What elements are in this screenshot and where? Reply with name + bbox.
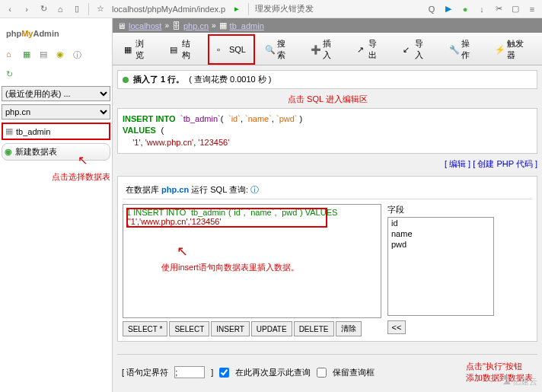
copy-icon[interactable]: ▢ xyxy=(510,4,521,14)
search-icon: 🔍 xyxy=(265,45,274,54)
sql-icon[interactable]: ▤ xyxy=(40,49,50,60)
play-icon[interactable]: ▸ xyxy=(231,4,242,14)
export-icon: ↗ xyxy=(357,45,365,54)
table-icon: ▦ xyxy=(5,126,13,136)
fields-panel: 字段 id name pwd << xyxy=(387,204,494,336)
arrow-icon: ↖ xyxy=(78,153,88,167)
table-name: tb_admin xyxy=(16,127,50,136)
structure-icon: ▤ xyxy=(170,45,178,54)
download-icon[interactable]: ↓ xyxy=(477,4,487,14)
search-icon[interactable]: Q xyxy=(426,4,437,14)
insert-icon: ➕ xyxy=(311,45,320,54)
play-blue-icon[interactable]: ▶ xyxy=(443,4,454,14)
delimiter-input[interactable] xyxy=(174,366,205,378)
menu-icon[interactable]: ≡ xyxy=(527,4,537,14)
crumb-db[interactable]: php.cn xyxy=(183,21,209,30)
help-icon[interactable]: ⓘ xyxy=(73,49,84,60)
separator xyxy=(88,3,89,15)
tab-insert[interactable]: ➕插入 xyxy=(302,34,346,65)
show-again-checkbox[interactable] xyxy=(219,368,229,378)
sql-editor-area: 1 INSERT INTO `tb_admin`(`id`, `name`, `… xyxy=(123,204,532,336)
edit-link[interactable]: [ 编辑 ] xyxy=(445,159,470,168)
back-icon[interactable]: ‹ xyxy=(5,4,15,14)
import-icon: ↙ xyxy=(403,45,411,54)
panel-header: 在数据库 php.cn 运行 SQL 查询: ⓘ xyxy=(123,181,532,199)
table-icon: ▦ xyxy=(219,21,227,30)
cut-icon[interactable]: ✂ xyxy=(493,4,504,14)
tab-search[interactable]: 🔍搜索 xyxy=(257,34,301,65)
forward-icon[interactable]: › xyxy=(21,4,32,14)
database-select[interactable]: php.cn xyxy=(2,104,110,120)
insert-button[interactable]: INSERT xyxy=(211,321,250,336)
help-icon[interactable]: ⓘ xyxy=(250,185,259,194)
status-icon[interactable]: ◉ xyxy=(56,49,67,60)
crumb-table[interactable]: tb_admin xyxy=(230,21,264,30)
success-message: 插入了 1 行。 ( 查询花费 0.0010 秒 ) xyxy=(117,70,537,89)
select-button[interactable]: SELECT xyxy=(169,321,209,336)
tabs: ▦浏览 ▤结构 ▫SQL 🔍搜索 ➕插入 ↗导出 ↙导入 🔧操作 ⚡触发器 xyxy=(113,33,542,65)
annotation-select-table: 点击选择数据表 xyxy=(2,164,110,183)
sidebar: phpMyAdmin ⌂ ▦ ▤ ◉ ⓘ ↻ (最近使用的表) ... php.… xyxy=(0,18,113,392)
bookmark-icon[interactable]: ▯ xyxy=(72,4,82,14)
tab-title[interactable]: 理发师火钳烫发 xyxy=(255,3,314,14)
logo: phpMyAdmin xyxy=(2,21,110,43)
query-icon[interactable]: ▦ xyxy=(23,49,33,60)
annotation-insert: 使用insert语句向数据表里插入数据。 xyxy=(161,262,299,273)
trigger-icon: ⚡ xyxy=(495,45,504,54)
scroll-left-button[interactable]: << xyxy=(387,320,406,334)
breadcrumb: 🖥localhost » 🗄php.cn » ▦tb_admin xyxy=(113,18,542,33)
tab-export[interactable]: ↗导出 xyxy=(349,34,393,65)
query-links: [ 编辑 ] [ 创建 PHP 代码 ] xyxy=(113,157,542,171)
query-buttons: SELECT * SELECT INSERT UPDATE DELETE 清除 xyxy=(123,321,381,336)
chat-icon[interactable]: ● xyxy=(460,4,470,14)
footer-options: [ 语句定界符 ] 在此再次显示此查询 保留查询框 点击"执行"按钮 添加数据到… xyxy=(117,354,537,385)
home-icon[interactable]: ⌂ xyxy=(55,4,65,14)
field-item[interactable]: name xyxy=(388,228,493,239)
annotation-click-sql: 点击 SQL 进入编辑区 xyxy=(288,94,542,105)
clear-button[interactable]: 清除 xyxy=(336,321,362,336)
field-item[interactable]: id xyxy=(388,218,493,228)
reload-icon[interactable]: ↻ xyxy=(38,4,49,14)
table-entry[interactable]: ▦ tb_admin xyxy=(2,123,110,140)
separator xyxy=(248,3,249,15)
tab-structure[interactable]: ▤结构 xyxy=(161,34,206,65)
selectall-button[interactable]: SELECT * xyxy=(123,321,167,336)
sidebar-icons-2: ↻ xyxy=(2,66,110,83)
server-icon: 🖥 xyxy=(117,21,126,30)
refresh-icon[interactable]: ↻ xyxy=(6,69,17,80)
home-icon[interactable]: ⌂ xyxy=(6,49,17,60)
add-icon: ◉ xyxy=(5,147,12,157)
content: 🖥localhost » 🗄php.cn » ▦tb_admin ▦浏览 ▤结构… xyxy=(113,18,542,392)
field-item[interactable]: pwd xyxy=(388,239,493,250)
recent-tables-select[interactable]: (最近使用的表) ... xyxy=(2,86,110,101)
tab-sql[interactable]: ▫SQL xyxy=(208,34,255,65)
delete-button[interactable]: DELETE xyxy=(294,321,334,336)
new-table-button[interactable]: ◉ 新建数据表 xyxy=(2,143,110,161)
update-button[interactable]: UPDATE xyxy=(251,321,292,336)
sql-icon: ▫ xyxy=(217,45,226,54)
fields-label: 字段 xyxy=(387,204,494,215)
browser-toolbar: ‹ › ↻ ⌂ ▯ ☆ localhost/phpMyAdmin/index.p… xyxy=(0,0,542,18)
check-icon xyxy=(123,77,129,83)
ops-icon: 🔧 xyxy=(449,45,458,54)
db-icon: 🗄 xyxy=(172,21,180,30)
watermark: ☁亿速云 xyxy=(502,376,537,387)
arrow-icon: ↖ xyxy=(177,243,188,260)
sql-editor[interactable]: 1 INSERT INTO `tb_admin`(`id`, `name`, `… xyxy=(123,204,381,318)
create-php-link[interactable]: [ 创建 PHP 代码 ] xyxy=(473,159,537,168)
star-icon[interactable]: ☆ xyxy=(95,4,106,14)
sidebar-icons: ⌂ ▦ ▤ ◉ ⓘ xyxy=(2,46,110,63)
tab-operations[interactable]: 🔧操作 xyxy=(441,34,485,65)
retain-checkbox[interactable] xyxy=(317,368,327,378)
tab-browse[interactable]: ▦浏览 xyxy=(116,34,160,65)
executed-query: INSERT INTO `tb_admin`( `id`, `name`, `p… xyxy=(117,108,537,154)
cloud-icon: ☁ xyxy=(502,377,511,387)
crumb-host[interactable]: localhost xyxy=(129,21,161,30)
browse-icon: ▦ xyxy=(124,45,132,54)
fields-list[interactable]: id name pwd xyxy=(387,217,494,316)
tab-triggers[interactable]: ⚡触发器 xyxy=(486,34,539,65)
sql-panel: 在数据库 php.cn 运行 SQL 查询: ⓘ 1 INSERT INTO `… xyxy=(117,176,537,342)
main: phpMyAdmin ⌂ ▦ ▤ ◉ ⓘ ↻ (最近使用的表) ... php.… xyxy=(0,18,542,392)
address-text[interactable]: localhost/phpMyAdmin/index.p xyxy=(112,5,225,14)
tab-import[interactable]: ↙导入 xyxy=(394,34,438,65)
